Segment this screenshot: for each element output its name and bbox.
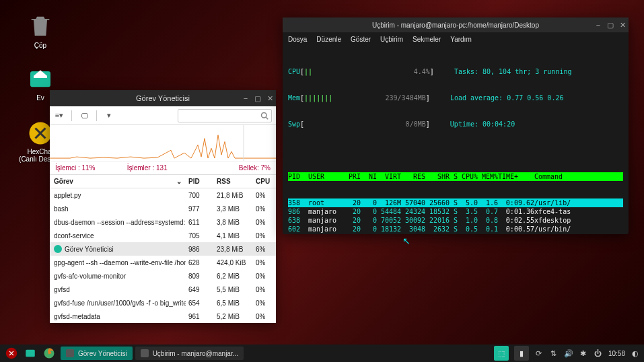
taskbar-button[interactable]: Uçbirim - manjaro@manjar... — [135, 347, 244, 360]
sort-icon: ⌄ — [176, 178, 182, 185]
menu-item-göster[interactable]: Göster — [351, 36, 371, 43]
process-row[interactable]: Görev Yöneticisi98623,8 MiB6% — [50, 242, 276, 256]
menu-item-yardım[interactable]: Yardım — [450, 36, 472, 43]
proc-stat: İşlemler : 131 — [127, 164, 199, 172]
process-row[interactable]: bash9773,3 MiB0% — [50, 202, 276, 215]
process-row[interactable]: gvfsd6495,5 MiB0% — [50, 283, 276, 296]
stats-bar: İşlemci : 11% İşlemler : 131 Bellek: 7% — [50, 161, 276, 174]
terminal-title: Uçbirim - manjaro@manjaro-pc:/home/manja… — [372, 22, 539, 29]
terminal-menubar: DosyaDüzenleGösterUçbirimSekmelerYardım — [283, 32, 629, 46]
cpu-graph — [50, 125, 276, 161]
column-headers[interactable]: Görev⌄ PID RSS CPU — [50, 174, 276, 188]
desktop-trash-label: Çöp — [20, 42, 61, 49]
minimize-button[interactable]: − — [242, 95, 249, 102]
menu-item-düzenle[interactable]: Düzenle — [316, 36, 341, 43]
process-row[interactable]: dbus-daemon --session --address=systemd:… — [50, 215, 276, 229]
htop-process-row[interactable]: 638manjaro200700523009222016S1.00.80:02.… — [288, 216, 623, 225]
svg-rect-4 — [26, 350, 35, 357]
settings-menu-icon[interactable]: ≡▾ — [54, 110, 65, 121]
maximize-button[interactable]: ▢ — [607, 22, 614, 28]
mouse-cursor: ↖ — [402, 236, 410, 246]
htop-header: PIDUSERPRINIVIRTRESSHRSCPU%MEM%TIME+Comm… — [288, 172, 623, 181]
process-row[interactable]: dconf-service7054,1 MiB0% — [50, 229, 276, 242]
taskbar-button[interactable]: Görev Yöneticisi — [61, 347, 133, 360]
htop-process-row[interactable]: 358root200126M5704025660S5.01.60:09.62/u… — [288, 198, 623, 207]
system-info-icon[interactable]: 🖵 — [79, 110, 90, 121]
menu-item-uçbirim[interactable]: Uçbirim — [380, 36, 403, 43]
process-row[interactable]: gpg-agent --sh --daemon --write-env-file… — [50, 256, 276, 269]
htop-process-row[interactable]: 986manjaro200544842432418532S3.50.70:01.… — [288, 207, 623, 216]
tray-app-icon[interactable]: ⬚ — [494, 346, 509, 361]
volume-icon[interactable]: 🔊 — [564, 349, 573, 358]
task-manager-toolbar: ≡▾ 🖵 ▾ — [50, 106, 276, 125]
cpu-stat: İşlemci : 11% — [55, 164, 127, 172]
close-button[interactable]: ✕ — [266, 95, 273, 102]
desktop-trash-icon[interactable]: Çöp — [20, 12, 61, 49]
terminal-titlebar[interactable]: Uçbirim - manjaro@manjaro-pc:/home/manja… — [283, 17, 629, 32]
process-row[interactable]: gvfs-afc-volume-monitor8096,2 MiB0% — [50, 269, 276, 283]
terminal-window: Uçbirim - manjaro@manjaro-pc:/home/manja… — [283, 17, 629, 234]
minimize-button[interactable]: − — [595, 22, 602, 28]
close-button[interactable]: ✕ — [619, 22, 626, 28]
network-icon[interactable]: ⇅ — [549, 349, 559, 358]
manjaro-menu-icon[interactable] — [4, 346, 19, 361]
updates-icon[interactable]: ⟳ — [534, 349, 544, 358]
bottom-panel: Görev YöneticisiUçbirim - manjaro@manjar… — [0, 345, 644, 362]
menu-item-dosya[interactable]: Dosya — [288, 36, 307, 43]
process-row[interactable]: applet.py70021,8 MiB0% — [50, 188, 276, 202]
show-desktop-icon[interactable] — [23, 346, 38, 361]
maximize-button[interactable]: ▢ — [254, 95, 261, 102]
search-input[interactable] — [178, 109, 272, 122]
task-manager-window: Görev Yöneticisi − ▢ ✕ ≡▾ 🖵 ▾ İşlemci : … — [50, 90, 276, 323]
htop-process-row[interactable]: 602manjaro2001813230482632S0.50.10:00.57… — [288, 225, 623, 233]
system-tray: ⬚ ▮ ⟳ ⇅ 🔊 ✱ ⏻ 10:58 ◐ — [494, 346, 640, 361]
terminal-content[interactable]: CPU[|| 4.4%] Tasks: 80, 104 thr; 3 runni… — [283, 46, 629, 234]
app-icon — [54, 245, 62, 253]
task-manager-titlebar[interactable]: Görev Yöneticisi − ▢ ✕ — [50, 90, 276, 106]
filter-icon[interactable]: ▾ — [104, 110, 114, 121]
menu-item-sekmeler[interactable]: Sekmeler — [413, 36, 441, 43]
process-row[interactable]: gvfsd-fuse /run/user/1000/gvfs -f -o big… — [50, 296, 276, 310]
power-icon[interactable]: ⏻ — [594, 349, 603, 358]
mem-stat: Bellek: 7% — [199, 164, 271, 172]
htop-process-row[interactable]: 600manjaro2001813230482632S0.50.10:00.57… — [288, 233, 623, 234]
process-row[interactable]: gvfsd-metadata9615,2 MiB0% — [50, 310, 276, 323]
tray-terminal-icon[interactable]: ▮ — [514, 346, 529, 361]
user-menu-icon[interactable]: ◐ — [631, 349, 640, 358]
clock[interactable]: 10:58 — [608, 350, 625, 357]
process-list[interactable]: applet.py70021,8 MiB0%bash9773,3 MiB0%db… — [50, 188, 276, 323]
notifications-icon[interactable]: ✱ — [579, 349, 588, 358]
task-manager-title: Görev Yöneticisi — [136, 94, 190, 102]
firefox-icon[interactable] — [42, 346, 57, 361]
